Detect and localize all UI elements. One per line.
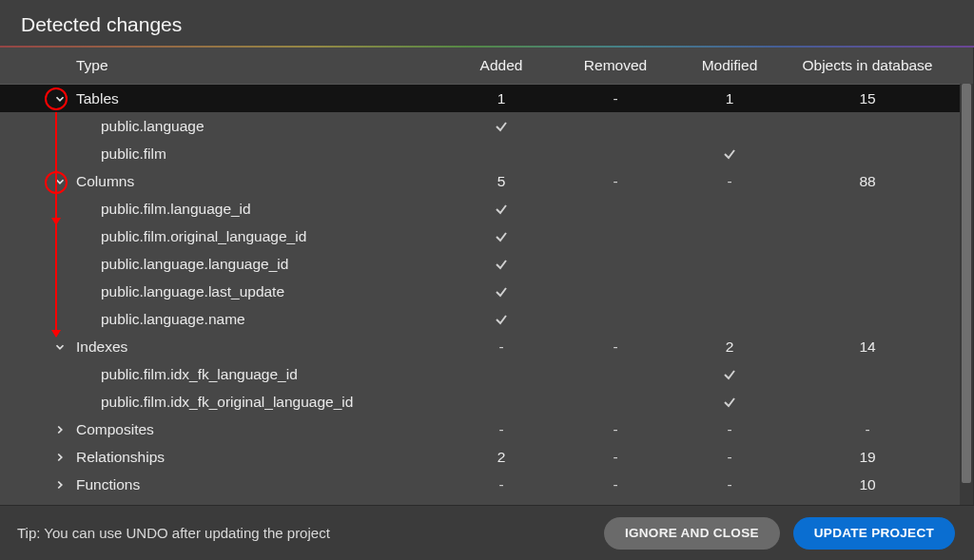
cell-added bbox=[444, 311, 558, 328]
cell-added bbox=[444, 283, 558, 300]
child-name: public.film.idx_fk_original_language_id bbox=[101, 394, 353, 411]
child-row[interactable]: public.film.idx_fk_language_id bbox=[0, 360, 973, 388]
cell-objects: 14 bbox=[787, 338, 948, 356]
child-name: public.language.language_id bbox=[101, 256, 288, 273]
col-added: Added bbox=[444, 57, 558, 74]
cell-modified: - bbox=[672, 476, 787, 493]
footer-tip: Tip: You can use UNDO after updating the… bbox=[17, 525, 330, 541]
chevron-right-icon[interactable] bbox=[53, 478, 67, 492]
section-name: Indexes bbox=[76, 338, 127, 356]
update-project-button[interactable]: UPDATE PROJECT bbox=[793, 517, 955, 550]
col-objects: Objects in database bbox=[787, 57, 948, 74]
child-name: public.language.last_update bbox=[101, 283, 284, 300]
section-name: Relationships bbox=[76, 449, 165, 466]
table-body: Tables1-115public.languagepublic.filmCol… bbox=[0, 85, 973, 498]
section-row[interactable]: Columns5--88 bbox=[0, 167, 973, 195]
child-name: public.language bbox=[101, 118, 205, 135]
chevron-down-icon[interactable] bbox=[53, 92, 67, 106]
section-name: Composites bbox=[76, 421, 154, 438]
cell-removed: - bbox=[558, 421, 672, 438]
cell-added bbox=[444, 201, 558, 218]
section-row[interactable]: Relationships2--19 bbox=[0, 443, 973, 471]
col-modified: Modified bbox=[672, 57, 787, 74]
child-name: public.film.idx_fk_language_id bbox=[101, 366, 298, 383]
dialog-title: Detected changes bbox=[0, 0, 974, 46]
cell-removed: - bbox=[558, 476, 672, 493]
child-name: public.film.language_id bbox=[101, 201, 251, 218]
chevron-right-icon[interactable] bbox=[53, 451, 67, 464]
col-type: Type bbox=[44, 57, 444, 74]
cell-removed: - bbox=[558, 173, 672, 190]
table-header-row: Type Added Removed Modified Objects in d… bbox=[0, 48, 973, 85]
section-name: Functions bbox=[76, 476, 140, 493]
cell-added: - bbox=[444, 421, 558, 438]
ignore-and-close-button[interactable]: IGNORE AND CLOSE bbox=[604, 517, 780, 550]
chevron-right-icon[interactable] bbox=[53, 423, 67, 436]
cell-added bbox=[444, 228, 558, 245]
child-row[interactable]: public.film.idx_fk_original_language_id bbox=[0, 388, 973, 415]
col-removed: Removed bbox=[558, 57, 672, 74]
cell-objects: - bbox=[787, 421, 948, 438]
chevron-down-icon[interactable] bbox=[53, 175, 67, 188]
cell-modified: - bbox=[672, 449, 787, 466]
cell-modified bbox=[672, 145, 787, 163]
cell-modified bbox=[672, 366, 787, 383]
cell-added bbox=[444, 256, 558, 273]
dialog-footer: Tip: You can use UNDO after updating the… bbox=[0, 505, 974, 560]
changes-table: Type Added Removed Modified Objects in d… bbox=[0, 48, 974, 505]
cell-removed: - bbox=[558, 90, 672, 107]
cell-modified: - bbox=[672, 173, 787, 190]
section-row[interactable]: Indexes--214 bbox=[0, 333, 973, 360]
cell-objects: 19 bbox=[787, 449, 948, 466]
scrollbar-thumb[interactable] bbox=[962, 84, 971, 483]
child-row[interactable]: public.film.original_language_id bbox=[0, 222, 973, 250]
section-name: Columns bbox=[76, 173, 134, 190]
cell-modified: 2 bbox=[672, 338, 787, 356]
child-row[interactable]: public.language.language_id bbox=[0, 250, 973, 278]
child-row[interactable]: public.language.name bbox=[0, 305, 973, 333]
child-row[interactable]: public.language.last_update bbox=[0, 278, 973, 305]
cell-added bbox=[444, 118, 558, 135]
cell-added: - bbox=[444, 338, 558, 356]
cell-added: 1 bbox=[444, 90, 558, 107]
section-row[interactable]: Composites---- bbox=[0, 415, 973, 443]
child-row[interactable]: public.film bbox=[0, 140, 973, 167]
cell-removed: - bbox=[558, 338, 672, 356]
child-name: public.film.original_language_id bbox=[101, 228, 306, 245]
cell-added: - bbox=[444, 476, 558, 493]
child-row[interactable]: public.language bbox=[0, 112, 973, 140]
cell-removed: - bbox=[558, 449, 672, 466]
section-name: Tables bbox=[76, 90, 119, 107]
section-row[interactable]: Tables1-115 bbox=[0, 85, 973, 112]
detected-changes-dialog: Detected changes Type Added Removed Modi… bbox=[0, 0, 974, 560]
cell-added: 5 bbox=[444, 173, 558, 190]
cell-objects: 15 bbox=[787, 90, 948, 107]
child-row[interactable]: public.film.language_id bbox=[0, 195, 973, 222]
child-name: public.film bbox=[101, 145, 166, 163]
cell-added: 2 bbox=[444, 449, 558, 466]
chevron-down-icon[interactable] bbox=[53, 340, 67, 354]
section-row[interactable]: Functions---10 bbox=[0, 471, 973, 498]
child-name: public.language.name bbox=[101, 311, 245, 328]
cell-modified: - bbox=[672, 421, 787, 438]
cell-objects: 88 bbox=[787, 173, 948, 190]
scrollbar[interactable] bbox=[960, 84, 973, 505]
cell-modified: 1 bbox=[672, 90, 787, 107]
cell-modified bbox=[672, 394, 787, 411]
cell-objects: 10 bbox=[787, 476, 948, 493]
